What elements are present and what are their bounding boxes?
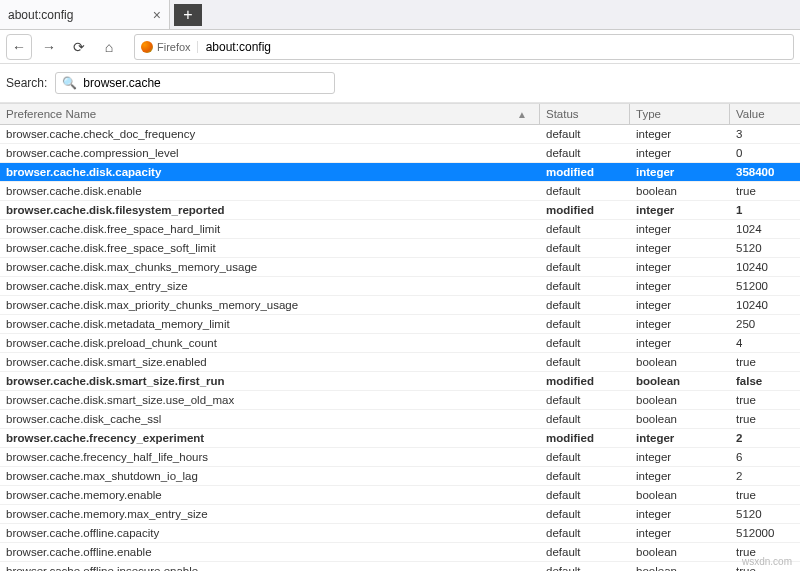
pref-name: browser.cache.disk.preload_chunk_count [0, 334, 540, 352]
new-tab-button[interactable]: + [174, 4, 202, 26]
pref-name: browser.cache.disk.enable [0, 182, 540, 200]
pref-row[interactable]: browser.cache.disk.max_priority_chunks_m… [0, 296, 800, 315]
pref-row[interactable]: browser.cache.disk.metadata_memory_limit… [0, 315, 800, 334]
pref-status: default [540, 448, 630, 466]
column-value[interactable]: Value [730, 104, 800, 124]
pref-row[interactable]: browser.cache.disk.capacitymodifiedinteg… [0, 163, 800, 182]
pref-name: browser.cache.check_doc_frequency [0, 125, 540, 143]
pref-status: modified [540, 163, 630, 181]
pref-type: integer [630, 220, 730, 238]
pref-row[interactable]: browser.cache.disk.smart_size.first_runm… [0, 372, 800, 391]
pref-type: integer [630, 524, 730, 542]
pref-type: integer [630, 505, 730, 523]
pref-name: browser.cache.disk.smart_size.first_run [0, 372, 540, 390]
pref-row[interactable]: browser.cache.offline.enabledefaultboole… [0, 543, 800, 562]
pref-name: browser.cache.memory.enable [0, 486, 540, 504]
search-box[interactable]: 🔍 [55, 72, 335, 94]
pref-value: 3 [730, 125, 800, 143]
column-name-label: Preference Name [6, 108, 96, 120]
pref-status: default [540, 296, 630, 314]
pref-name: browser.cache.disk.free_space_soft_limit [0, 239, 540, 257]
pref-type: integer [630, 429, 730, 447]
pref-type: integer [630, 315, 730, 333]
pref-row[interactable]: browser.cache.disk.filesystem_reportedmo… [0, 201, 800, 220]
search-icon: 🔍 [62, 76, 77, 90]
column-name[interactable]: Preference Name ▲ [0, 104, 540, 124]
pref-name: browser.cache.disk.filesystem_reported [0, 201, 540, 219]
url-bar[interactable]: Firefox [134, 34, 794, 60]
forward-button[interactable]: → [36, 34, 62, 60]
column-type[interactable]: Type [630, 104, 730, 124]
pref-row[interactable]: browser.cache.disk.enabledefaultbooleant… [0, 182, 800, 201]
pref-name: browser.cache.max_shutdown_io_lag [0, 467, 540, 485]
pref-status: default [540, 562, 630, 571]
watermark: wsxdn.com [742, 556, 792, 567]
close-icon[interactable]: × [153, 7, 161, 23]
pref-value: false [730, 372, 800, 390]
pref-row[interactable]: browser.cache.disk_cache_ssldefaultboole… [0, 410, 800, 429]
pref-value: 0 [730, 144, 800, 162]
pref-type: integer [630, 258, 730, 276]
browser-tab[interactable]: about:config × [0, 0, 170, 29]
pref-type: integer [630, 467, 730, 485]
pref-name: browser.cache.frecency_half_life_hours [0, 448, 540, 466]
pref-value: 10240 [730, 258, 800, 276]
pref-row[interactable]: browser.cache.frecency_half_life_hoursde… [0, 448, 800, 467]
pref-type: boolean [630, 562, 730, 571]
pref-row[interactable]: browser.cache.disk.max_chunks_memory_usa… [0, 258, 800, 277]
search-row: Search: 🔍 [0, 64, 800, 103]
search-input[interactable] [81, 75, 328, 91]
pref-name: browser.cache.disk.capacity [0, 163, 540, 181]
preference-list: browser.cache.check_doc_frequencydefault… [0, 125, 800, 571]
back-button[interactable]: ← [6, 34, 32, 60]
pref-status: default [540, 353, 630, 371]
pref-row[interactable]: browser.cache.frecency_experimentmodifie… [0, 429, 800, 448]
pref-row[interactable]: browser.cache.memory.max_entry_sizedefau… [0, 505, 800, 524]
firefox-label: Firefox [157, 41, 191, 53]
pref-value: 1024 [730, 220, 800, 238]
pref-type: boolean [630, 543, 730, 561]
pref-value: 10240 [730, 296, 800, 314]
pref-row[interactable]: browser.cache.disk.free_space_soft_limit… [0, 239, 800, 258]
pref-type: integer [630, 163, 730, 181]
pref-row[interactable]: browser.cache.check_doc_frequencydefault… [0, 125, 800, 144]
pref-name: browser.cache.offline.enable [0, 543, 540, 561]
pref-row[interactable]: browser.cache.disk.free_space_hard_limit… [0, 220, 800, 239]
url-input[interactable] [204, 39, 787, 55]
pref-row[interactable]: browser.cache.disk.smart_size.use_old_ma… [0, 391, 800, 410]
tab-bar: about:config × + [0, 0, 800, 30]
pref-value: true [730, 353, 800, 371]
pref-type: boolean [630, 372, 730, 390]
pref-row[interactable]: browser.cache.max_shutdown_io_lagdefault… [0, 467, 800, 486]
pref-type: boolean [630, 410, 730, 428]
pref-type: boolean [630, 391, 730, 409]
pref-status: default [540, 467, 630, 485]
pref-type: boolean [630, 353, 730, 371]
pref-row[interactable]: browser.cache.disk.max_entry_sizedefault… [0, 277, 800, 296]
pref-value: 51200 [730, 277, 800, 295]
pref-row[interactable]: browser.cache.disk.smart_size.enableddef… [0, 353, 800, 372]
pref-value: true [730, 410, 800, 428]
pref-row[interactable]: browser.cache.compression_leveldefaultin… [0, 144, 800, 163]
pref-type: integer [630, 296, 730, 314]
pref-row[interactable]: browser.cache.offline.insecure.enabledef… [0, 562, 800, 571]
home-button[interactable]: ⌂ [96, 34, 122, 60]
pref-status: default [540, 543, 630, 561]
pref-type: integer [630, 125, 730, 143]
pref-type: integer [630, 144, 730, 162]
pref-value: true [730, 391, 800, 409]
pref-value: 5120 [730, 239, 800, 257]
pref-name: browser.cache.disk.smart_size.enabled [0, 353, 540, 371]
pref-name: browser.cache.disk.max_priority_chunks_m… [0, 296, 540, 314]
pref-status: modified [540, 201, 630, 219]
pref-name: browser.cache.offline.capacity [0, 524, 540, 542]
reload-button[interactable]: ⟳ [66, 34, 92, 60]
pref-row[interactable]: browser.cache.memory.enabledefaultboolea… [0, 486, 800, 505]
pref-name: browser.cache.frecency_experiment [0, 429, 540, 447]
pref-row[interactable]: browser.cache.offline.capacitydefaultint… [0, 524, 800, 543]
pref-value: true [730, 182, 800, 200]
pref-row[interactable]: browser.cache.disk.preload_chunk_countde… [0, 334, 800, 353]
pref-status: default [540, 239, 630, 257]
column-status[interactable]: Status [540, 104, 630, 124]
pref-status: default [540, 144, 630, 162]
